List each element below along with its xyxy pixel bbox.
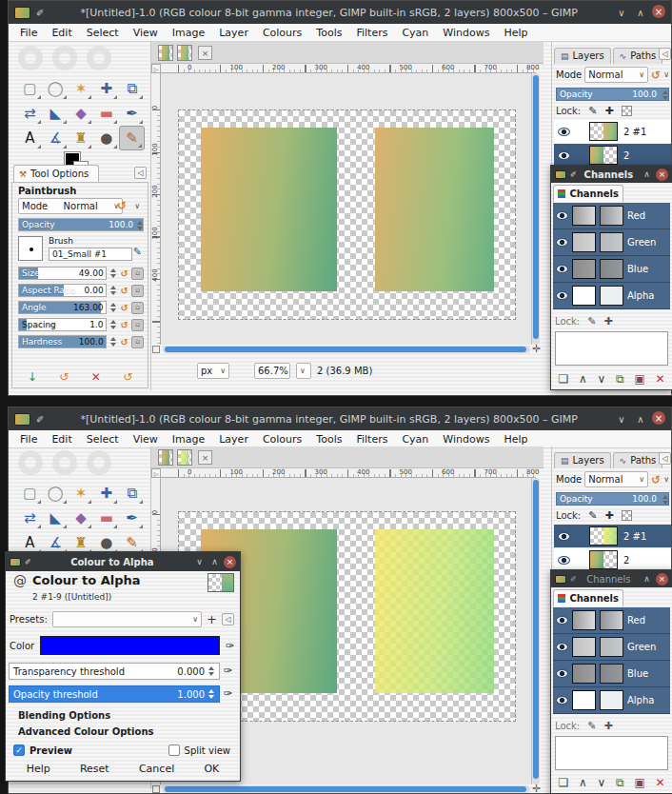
link-option-button[interactable]: ▫ — [131, 268, 144, 280]
reset-option-icon[interactable]: ↺ — [121, 337, 128, 347]
raise-channel-button[interactable]: ∧ — [579, 372, 587, 386]
pin-icon[interactable]: ✐ — [570, 575, 577, 584]
tab-paths[interactable]: ∿Paths — [613, 48, 663, 64]
tab-tool-options[interactable]: ⚒ Tool Options — [13, 165, 99, 182]
menu-item[interactable]: Colours — [263, 433, 302, 446]
lock-paint-icon[interactable]: ✎ — [588, 105, 597, 117]
preset-menu-button[interactable]: ◁ — [222, 613, 234, 625]
tab-layers[interactable]: ▤Layers — [554, 452, 611, 468]
delete-channel-button[interactable]: ✕ — [655, 372, 664, 386]
split-view-checkbox[interactable] — [168, 744, 180, 756]
crop-tool[interactable]: ⧉ — [119, 481, 145, 506]
dialog-button[interactable]: OK — [204, 763, 219, 775]
maximize-button[interactable]: ∧ — [641, 573, 653, 586]
lock-move-icon[interactable]: ✚ — [604, 509, 613, 522]
bucket-fill-tool[interactable]: ◣ — [43, 101, 69, 126]
channel-to-selection-button[interactable]: ▣ — [634, 776, 644, 789]
threshold-picker-icon[interactable]: ✑ — [224, 665, 232, 677]
paintbrush-tool[interactable]: ✎ — [119, 126, 145, 150]
tab-paths[interactable]: ∿Paths — [613, 452, 663, 468]
lower-channel-button[interactable]: ∨ — [597, 372, 605, 386]
smudge-tool[interactable]: ● — [93, 126, 119, 150]
menu-item[interactable]: Windows — [443, 433, 489, 446]
tab-channels[interactable]: Channels — [553, 185, 623, 202]
tab-layers[interactable]: ▤Layers — [554, 48, 611, 64]
horizontal-ruler[interactable]: 0100200300400500600700800 — [161, 468, 536, 478]
menu-item[interactable]: Edit — [51, 433, 71, 446]
menu-item[interactable]: Select — [87, 433, 119, 446]
close-button[interactable]: × — [224, 556, 236, 568]
visibility-eye-icon[interactable] — [558, 128, 570, 136]
lock-alpha-icon[interactable] — [622, 106, 632, 116]
reset-option-icon[interactable]: ↺ — [121, 320, 128, 330]
visibility-eye-icon[interactable] — [558, 532, 570, 541]
add-preset-button[interactable]: + — [207, 612, 217, 626]
menu-item[interactable]: Image — [172, 27, 205, 39]
new-channel-button[interactable]: ❏ — [558, 776, 568, 789]
menu-item[interactable]: Image — [172, 433, 205, 446]
new-channel-button[interactable]: ❏ — [558, 372, 568, 386]
lock-paint-icon[interactable]: ✎ — [588, 509, 597, 522]
text-tool[interactable]: A — [17, 126, 43, 150]
opacity-slider[interactable]: Opacity 100.0 — [18, 218, 144, 231]
measure-tool[interactable]: ∡ — [43, 126, 69, 150]
vertical-scrollbar[interactable] — [532, 73, 540, 345]
minimize-button[interactable]: ∨ — [193, 556, 206, 568]
lock-move-icon[interactable]: ✚ — [604, 105, 613, 117]
zoom-menu-button[interactable]: ∨ — [296, 363, 311, 379]
menu-item[interactable]: Layer — [219, 27, 248, 39]
menu-item[interactable]: View — [133, 27, 158, 39]
color-to-alpha-titlebar[interactable]: ✐ Colour to Alpha ∨∧× — [6, 552, 240, 571]
lock-move-icon[interactable]: ✚ — [603, 720, 612, 732]
ruler-origin-button[interactable]: ▷ — [151, 468, 161, 478]
brush-preview[interactable] — [18, 236, 43, 261]
reset-option-icon[interactable]: ↺ — [121, 303, 128, 313]
minimize-button[interactable]: ∨ — [614, 411, 629, 427]
color-picker-icon[interactable]: ✑ — [226, 640, 234, 652]
pin-icon[interactable]: ✐ — [570, 170, 577, 179]
channel-red[interactable]: Red — [553, 203, 670, 228]
reset-layer-mode-button[interactable]: ↺ — [651, 473, 661, 486]
visibility-eye-icon[interactable] — [558, 556, 570, 565]
lock-paint-icon[interactable]: ✎ — [587, 720, 596, 732]
navigation-button[interactable]: ✛ — [532, 783, 541, 794]
save-tool-preset-button[interactable]: ↓ — [28, 370, 37, 384]
ink-tool[interactable]: ✒ — [119, 506, 145, 530]
fuzzy-select-tool[interactable]: ✶ — [69, 481, 94, 506]
free-select-tool[interactable]: ◯ — [43, 76, 69, 101]
menu-item[interactable]: Select — [87, 27, 119, 39]
expander[interactable]: Advanced Colour Options — [13, 726, 232, 737]
lock-move-icon[interactable]: ✚ — [603, 315, 612, 328]
menu-item[interactable]: File — [20, 27, 37, 39]
gradient-tool[interactable]: ◆ — [69, 101, 94, 126]
duplicate-channel-button[interactable]: ⧉ — [616, 776, 624, 789]
visibility-eye-icon[interactable] — [558, 151, 570, 160]
rectangle-select-tool[interactable]: ▢ — [17, 76, 43, 101]
link-option-button[interactable]: ▫ — [131, 319, 144, 331]
vertical-scrollbar[interactable] — [532, 478, 540, 784]
titlebar[interactable]: ✐ *[Untitled]-1.0 (RGB colour 8-bit gamm… — [9, 1, 671, 24]
clone-tool[interactable]: ♜ — [69, 126, 94, 150]
horizontal-ruler[interactable]: 0100200300400500600700800 — [161, 64, 536, 73]
tool-option-slider[interactable]: Hardness 100.0 — [18, 335, 107, 348]
duplicate-channel-button[interactable]: ⧉ — [616, 372, 624, 386]
gradient-tool[interactable]: ◆ — [69, 506, 94, 530]
menu-item[interactable]: Cyan — [402, 433, 428, 446]
menu-item[interactable]: Tools — [316, 433, 342, 446]
vertical-ruler[interactable]: 0100200300400 — [151, 73, 161, 345]
panel-menu-button[interactable]: ◁ — [134, 167, 147, 179]
close-button[interactable]: × — [656, 169, 668, 181]
lower-channel-button[interactable]: ∨ — [597, 776, 605, 789]
visibility-eye-icon[interactable] — [556, 616, 568, 625]
visibility-eye-icon[interactable] — [556, 265, 568, 273]
close-button[interactable]: × — [652, 411, 665, 425]
layer-mode-select[interactable]: Normal∨ — [584, 471, 648, 487]
color-swatch[interactable] — [40, 636, 220, 655]
threshold-picker-icon[interactable]: ✑ — [224, 687, 232, 700]
lock-paint-icon[interactable]: ✎ — [587, 315, 596, 328]
visibility-eye-icon[interactable] — [556, 211, 568, 220]
image-tab-2[interactable] — [177, 45, 192, 61]
ruler-origin-button[interactable]: ▷ — [151, 64, 161, 73]
visibility-eye-icon[interactable] — [556, 696, 568, 705]
channel-alpha[interactable]: Alpha — [553, 687, 670, 713]
